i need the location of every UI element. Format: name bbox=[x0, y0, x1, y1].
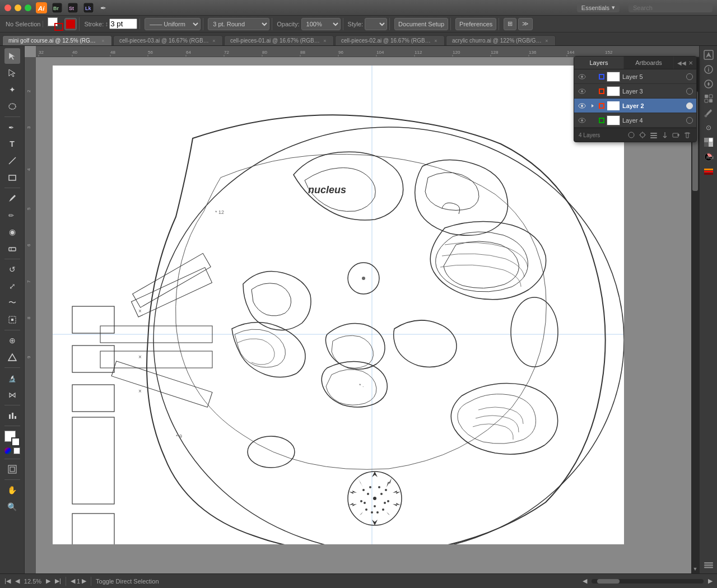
close-button[interactable] bbox=[4, 4, 11, 11]
direct-selection-tool[interactable] bbox=[4, 65, 20, 81]
fill-stroke-indicator[interactable] bbox=[48, 17, 63, 31]
swatches-panel-btn[interactable] bbox=[702, 136, 715, 149]
move-to-layer-btn[interactable] bbox=[660, 130, 669, 139]
locate-object-btn[interactable] bbox=[638, 130, 647, 139]
tab-4[interactable]: acrylic churro.ai @ 122% (RGB/GPU ...× bbox=[446, 35, 556, 45]
layers-panel-btn[interactable] bbox=[702, 558, 715, 571]
line-tool[interactable] bbox=[4, 153, 20, 169]
layers-close-btn[interactable]: ✕ bbox=[688, 60, 693, 66]
scroll-down-btn[interactable]: ▼ bbox=[692, 566, 699, 572]
layer-5-visibility[interactable] bbox=[578, 72, 586, 81]
column-graph-tool[interactable] bbox=[4, 408, 20, 423]
stroke-cap-select[interactable]: 3 pt. Round bbox=[208, 18, 269, 30]
svg-rect-125 bbox=[704, 171, 713, 172]
blend-tool[interactable]: ⋈ bbox=[4, 387, 20, 403]
tab-3[interactable]: cell-pieces-02.ai @ 16.67% (RGB/G...× bbox=[335, 35, 445, 45]
symbols-panel-btn[interactable]: ⊙ bbox=[702, 121, 715, 134]
scale-tool[interactable]: ⤢ bbox=[4, 278, 20, 294]
appearance-panel-btn[interactable] bbox=[702, 77, 715, 91]
search-input[interactable] bbox=[628, 3, 713, 12]
navigator-panel-btn[interactable] bbox=[702, 48, 715, 62]
eraser-tool[interactable] bbox=[4, 241, 20, 256]
minimize-button[interactable] bbox=[15, 4, 21, 11]
more-options-button[interactable]: ≫ bbox=[518, 18, 533, 30]
free-transform-tool[interactable] bbox=[4, 312, 20, 328]
artboards-tab[interactable]: Artboards bbox=[624, 57, 674, 69]
blob-brush-tool[interactable]: ◉ bbox=[4, 224, 20, 240]
fill-color-btn[interactable] bbox=[64, 18, 77, 30]
warp-tool[interactable]: 〜 bbox=[4, 295, 20, 311]
layer-4-item[interactable]: Layer 4 bbox=[574, 113, 696, 128]
layer-5-item[interactable]: Layer 5 bbox=[574, 69, 696, 84]
prev-page-btn[interactable]: ◀ bbox=[15, 577, 20, 585]
rotate-tool[interactable]: ↺ bbox=[4, 262, 20, 277]
eyedropper-tool[interactable]: 🔬 bbox=[4, 370, 20, 386]
workspace-selector[interactable]: Essentials ▾ bbox=[577, 3, 620, 12]
layer-3-item[interactable]: Layer 3 bbox=[574, 84, 696, 99]
tab-2[interactable]: cell-pieces-01.ai @ 16.67% (RGB/G...× bbox=[224, 35, 334, 45]
brushes-panel-btn[interactable] bbox=[702, 106, 715, 120]
color-none-icon[interactable] bbox=[4, 447, 11, 454]
layer-3-visibility[interactable] bbox=[578, 87, 586, 96]
arrange-button[interactable]: ⊞ bbox=[504, 18, 516, 30]
shape-builder-tool[interactable]: ⊕ bbox=[4, 333, 20, 348]
add-layer-btn[interactable] bbox=[672, 130, 681, 139]
horizontal-scrollbar[interactable] bbox=[592, 579, 704, 584]
opacity-select[interactable]: 100% bbox=[301, 18, 341, 30]
lasso-tool[interactable] bbox=[4, 99, 20, 114]
last-page-btn[interactable]: ▶| bbox=[55, 577, 61, 585]
magic-wand-tool[interactable]: ✦ bbox=[4, 82, 20, 97]
first-page-btn[interactable]: |◀ bbox=[4, 577, 11, 585]
layer-5-target[interactable] bbox=[686, 73, 693, 80]
drawing-mode-btn[interactable] bbox=[4, 461, 20, 477]
layer-4-visibility[interactable] bbox=[578, 116, 586, 125]
paintbrush-tool[interactable] bbox=[4, 190, 20, 206]
tab-1[interactable]: cell-pieces-03.ai @ 16.67% (RGB/G...× bbox=[113, 35, 223, 45]
pencil-tool[interactable]: ✏ bbox=[4, 207, 20, 223]
fill-stroke-box[interactable] bbox=[4, 431, 20, 446]
info-panel-btn[interactable]: i bbox=[702, 63, 715, 76]
zoom-tool[interactable]: 🔍 bbox=[4, 499, 20, 515]
layer-4-target[interactable] bbox=[686, 117, 693, 124]
rectangle-tool[interactable] bbox=[4, 170, 20, 185]
doc-setup-button[interactable]: Document Setup bbox=[394, 18, 448, 30]
collect-in-layer-btn[interactable] bbox=[649, 130, 658, 139]
color-panel-btn[interactable]: RGB bbox=[702, 150, 715, 164]
maximize-button[interactable] bbox=[25, 4, 31, 11]
layer-2-visibility[interactable] bbox=[578, 101, 586, 110]
tab-close-2[interactable]: × bbox=[322, 38, 328, 44]
none-fill-icon[interactable] bbox=[13, 447, 20, 454]
tab-close-0[interactable]: × bbox=[100, 38, 106, 44]
next-page-btn[interactable]: ▶ bbox=[46, 577, 50, 585]
delete-layer-btn[interactable] bbox=[683, 130, 692, 139]
layer-2-item[interactable]: Layer 2 bbox=[574, 99, 696, 113]
tab-close-1[interactable]: × bbox=[211, 38, 217, 44]
h-scroll-thumb[interactable] bbox=[597, 579, 620, 584]
preferences-button[interactable]: Preferences bbox=[455, 18, 496, 30]
layer-2-target[interactable] bbox=[686, 102, 693, 109]
color-guide-btn[interactable] bbox=[702, 165, 715, 178]
layer-3-target[interactable] bbox=[686, 88, 693, 95]
stroke-style-select[interactable]: —— Uniform bbox=[145, 18, 201, 30]
layers-tab[interactable]: Layers bbox=[574, 57, 624, 69]
layers-expand-left[interactable]: ◀◀ bbox=[677, 60, 686, 66]
svg-text:72: 72 bbox=[224, 50, 229, 55]
tab-close-4[interactable]: × bbox=[544, 38, 550, 44]
pen-tool[interactable]: ✒ bbox=[4, 119, 20, 135]
tab-0[interactable]: mini golf course.ai @ 12.5% (RGB/Outline… bbox=[2, 35, 112, 45]
scroll-left-btn[interactable]: ◀ bbox=[583, 577, 587, 585]
artboard[interactable]: nucleus bbox=[53, 66, 624, 544]
type-tool[interactable]: T bbox=[4, 136, 20, 152]
tab-close-3[interactable]: × bbox=[433, 38, 439, 44]
zoom-display[interactable]: 12.5% bbox=[24, 578, 41, 585]
layer-2-expand[interactable] bbox=[589, 104, 597, 108]
make-clipping-mask-btn[interactable] bbox=[627, 130, 636, 139]
svg-point-133 bbox=[581, 90, 583, 92]
scroll-right-btn[interactable]: ▶ bbox=[708, 577, 713, 585]
hand-tool[interactable]: ✋ bbox=[4, 482, 20, 498]
graphic-styles-panel-btn[interactable] bbox=[702, 92, 715, 105]
stroke-weight-input[interactable] bbox=[109, 18, 137, 29]
selection-tool[interactable] bbox=[4, 48, 20, 64]
perspective-grid-tool[interactable] bbox=[4, 349, 20, 365]
style-select[interactable] bbox=[365, 18, 387, 30]
